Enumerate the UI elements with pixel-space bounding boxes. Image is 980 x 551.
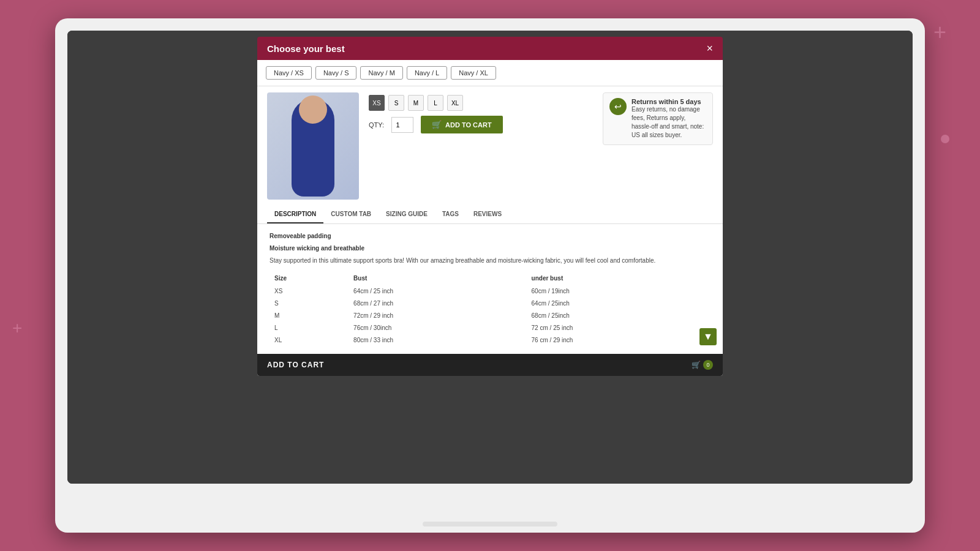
tab-sizing-guide[interactable]: SIZING GUIDE bbox=[379, 206, 435, 223]
size-chart-row: S 68cm / 27 inch 64cm / 25inch bbox=[270, 298, 710, 310]
laptop-screen: Choose your best × Navy / XS Navy / S Na… bbox=[67, 31, 913, 484]
size-btn-l[interactable]: L bbox=[428, 95, 443, 111]
underbust-cell: 68cm / 25inch bbox=[527, 310, 710, 322]
returns-title: Returns within 5 days bbox=[631, 98, 706, 105]
size-chart-header-size: Size bbox=[270, 272, 349, 285]
decorative-circle-right bbox=[941, 135, 949, 143]
product-top-section: XS S M L XL QTY: bbox=[257, 86, 723, 206]
size-btn-xl[interactable]: XL bbox=[447, 95, 463, 111]
size-tab-navy-xs[interactable]: Navy / XS bbox=[266, 66, 312, 80]
size-tab-navy-l[interactable]: Navy / L bbox=[407, 66, 447, 80]
bust-cell: 68cm / 27 inch bbox=[349, 298, 526, 310]
modal-close-button[interactable]: × bbox=[706, 43, 713, 54]
bottom-bar: ADD TO CART 🛒 0 bbox=[257, 354, 723, 376]
modal-overlay: Choose your best × Navy / XS Navy / S Na… bbox=[67, 31, 913, 484]
size-chart-table: Size Bust under bust XS 64cm / 25 inch 6… bbox=[270, 272, 710, 347]
size-tab-navy-s[interactable]: Navy / S bbox=[315, 66, 357, 80]
tab-reviews[interactable]: REVIEWS bbox=[466, 206, 509, 223]
size-cell: L bbox=[270, 322, 349, 334]
size-chart-row: M 72cm / 29 inch 68cm / 25inch bbox=[270, 310, 710, 322]
underbust-cell: 60cm / 19inch bbox=[527, 285, 710, 298]
qty-label: QTY: bbox=[369, 121, 384, 129]
product-image bbox=[267, 92, 359, 200]
size-btn-s[interactable]: S bbox=[388, 95, 404, 111]
tab-description[interactable]: DESCRIPTION bbox=[267, 206, 323, 223]
qty-input[interactable] bbox=[391, 117, 413, 133]
tab-custom-tab[interactable]: CUSTOM TAB bbox=[323, 206, 379, 223]
cart-icon-bottom: 🛒 bbox=[692, 361, 701, 369]
tab-navigation: DESCRIPTION CUSTOM TAB SIZING GUIDE TAGS… bbox=[257, 206, 723, 224]
size-chart-header-underbust: under bust bbox=[527, 272, 710, 285]
bust-cell: 64cm / 25 inch bbox=[349, 285, 526, 298]
returns-description: Easy returns, no damage fees, Returns ap… bbox=[631, 105, 706, 140]
cart-count: 0 bbox=[703, 360, 713, 370]
add-to-cart-label: ADD TO CART bbox=[445, 121, 492, 129]
tab-tags[interactable]: TAGS bbox=[435, 206, 466, 223]
page-background: Choose your best × Navy / XS Navy / S Na… bbox=[67, 31, 913, 484]
bust-cell: 72cm / 29 inch bbox=[349, 310, 526, 322]
cart-badge: 🛒 0 bbox=[692, 360, 713, 370]
size-cell: XS bbox=[270, 285, 349, 298]
bust-cell: 76cm / 30inch bbox=[349, 322, 526, 334]
laptop-shell: Choose your best × Navy / XS Navy / S Na… bbox=[55, 18, 925, 533]
decorative-plus-top-right: + bbox=[933, 21, 946, 43]
size-tab-navy-m[interactable]: Navy / M bbox=[360, 66, 402, 80]
scroll-down-button[interactable]: ▼ bbox=[699, 328, 717, 345]
underbust-cell: 72 cm / 25 inch bbox=[527, 322, 710, 334]
description-section: Removeable padding Moisture wicking and … bbox=[257, 224, 723, 354]
size-chart-row: L 76cm / 30inch 72 cm / 25 inch bbox=[270, 322, 710, 334]
size-cell: XL bbox=[270, 334, 349, 347]
laptop-base bbox=[423, 522, 557, 527]
feature-2: Moisture wicking and breathable bbox=[270, 244, 710, 253]
decorative-plus-left: + bbox=[12, 318, 22, 338]
modal-title: Choose your best bbox=[267, 43, 345, 54]
size-tabs-bar: Navy / XS Navy / S Navy / M Navy / L Nav… bbox=[257, 60, 723, 86]
modal: Choose your best × Navy / XS Navy / S Na… bbox=[257, 37, 723, 376]
modal-header: Choose your best × bbox=[257, 37, 723, 60]
size-btn-xs[interactable]: XS bbox=[369, 95, 385, 111]
size-cell: S bbox=[270, 298, 349, 310]
underbust-cell: 76 cm / 29 inch bbox=[527, 334, 710, 347]
returns-info: Returns within 5 days Easy returns, no d… bbox=[631, 98, 706, 140]
size-btn-m[interactable]: M bbox=[408, 95, 424, 111]
size-cell: M bbox=[270, 310, 349, 322]
bust-cell: 80cm / 33 inch bbox=[349, 334, 526, 347]
bottom-add-to-cart-label[interactable]: ADD TO CART bbox=[267, 361, 324, 369]
returns-box: ↩ Returns within 5 days Easy returns, no… bbox=[603, 92, 713, 145]
cart-icon: 🛒 bbox=[432, 120, 442, 129]
description-body: Stay supported in this ultimate support … bbox=[270, 256, 710, 266]
feature-1: Removeable padding bbox=[270, 231, 710, 241]
returns-icon: ↩ bbox=[609, 98, 627, 115]
size-chart-header-bust: Bust bbox=[349, 272, 526, 285]
size-chart-row: XS 64cm / 25 inch 60cm / 19inch bbox=[270, 285, 710, 298]
size-chart-row: XL 80cm / 33 inch 76 cm / 29 inch bbox=[270, 334, 710, 347]
product-content: XS S M L XL QTY: bbox=[257, 86, 723, 376]
underbust-cell: 64cm / 25inch bbox=[527, 298, 710, 310]
size-tab-navy-xl[interactable]: Navy / XL bbox=[451, 66, 496, 80]
add-to-cart-button[interactable]: 🛒 ADD TO CART bbox=[421, 116, 503, 133]
